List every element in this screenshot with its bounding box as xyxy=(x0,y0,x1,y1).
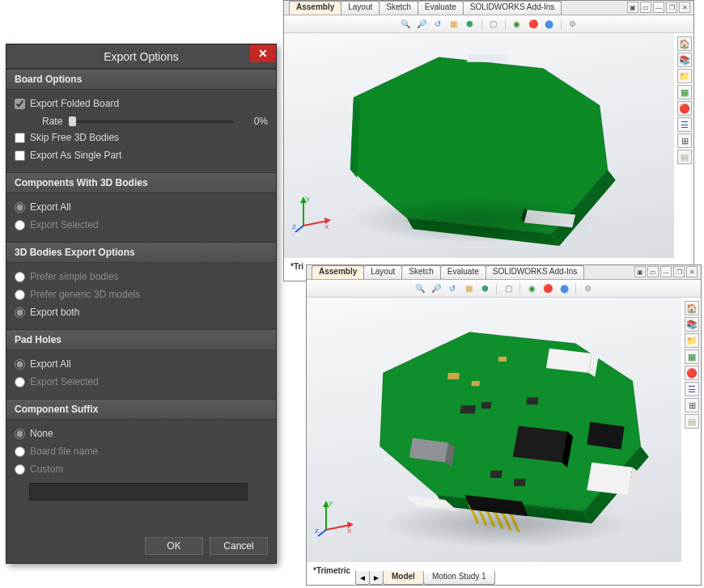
export-folded-label[interactable]: Export Folded Board xyxy=(30,98,119,109)
bottom-tab-model[interactable]: Model xyxy=(383,571,424,585)
export-both-radio[interactable] xyxy=(15,307,25,318)
svg-marker-18 xyxy=(513,425,567,462)
tab-evaluate[interactable]: Evaluate xyxy=(418,1,464,15)
suffix-custom-input[interactable] xyxy=(29,483,248,501)
pad-export-selected-radio[interactable] xyxy=(15,377,25,387)
apply-scene-icon[interactable]: ⬤ xyxy=(543,18,556,31)
edit-appearance-icon[interactable]: 🔴 xyxy=(541,282,554,295)
file-explorer-icon[interactable]: 📁 xyxy=(685,333,699,348)
tab-addins[interactable]: SOLIDWORKS Add-Ins xyxy=(463,1,562,15)
zoom-fit-icon[interactable]: 🔍 xyxy=(399,18,412,31)
view-orientation-icon[interactable]: ⬢ xyxy=(478,282,491,295)
tab-sketch[interactable]: Sketch xyxy=(379,1,418,15)
prefer-generic-label[interactable]: Prefer generic 3D models xyxy=(30,289,140,300)
apply-scene-icon[interactable]: ⬤ xyxy=(558,282,570,295)
win-close-icon[interactable]: ✕ xyxy=(679,2,690,13)
edit-appearance-icon[interactable]: 🔴 xyxy=(527,18,540,31)
zoom-fit-icon[interactable]: 🔍 xyxy=(413,282,426,295)
export-folded-checkbox[interactable] xyxy=(15,99,25,109)
win-doc-icon[interactable]: ▣ xyxy=(634,266,646,277)
view-orientation-icon[interactable]: ⬢ xyxy=(464,18,477,31)
rate-label: Rate xyxy=(42,116,62,127)
close-icon[interactable]: ✕ xyxy=(250,44,276,62)
suffix-boardfile-label[interactable]: Board file name xyxy=(30,446,98,457)
suffix-boardfile-radio[interactable] xyxy=(15,446,25,457)
zoom-area-icon[interactable]: 🔎 xyxy=(430,282,443,295)
zoom-area-icon[interactable]: 🔎 xyxy=(415,18,428,31)
previous-view-icon[interactable]: ↺ xyxy=(446,282,459,295)
display-style-icon[interactable]: ▢ xyxy=(502,282,515,295)
view-palette-icon[interactable]: ▦ xyxy=(677,85,692,99)
suffix-none-radio[interactable] xyxy=(15,429,25,439)
pad-export-selected-label[interactable]: Export Selected xyxy=(30,376,99,387)
svg-text:X: X xyxy=(347,527,352,535)
forum-icon[interactable]: ⊞ xyxy=(677,133,692,148)
pad-export-all-label[interactable]: Export All xyxy=(30,358,71,370)
display-style-icon[interactable]: ▢ xyxy=(487,18,500,31)
section-view-icon[interactable]: ▦ xyxy=(447,18,460,31)
tab-layout[interactable]: Layout xyxy=(363,265,402,279)
suffix-custom-radio[interactable] xyxy=(15,464,25,475)
prefer-generic-radio[interactable] xyxy=(15,290,25,300)
win-prev-icon[interactable]: ▭ xyxy=(640,2,651,13)
win-min-icon[interactable]: — xyxy=(660,266,672,277)
forum-icon[interactable]: ⊞ xyxy=(685,398,699,412)
suffix-none-label[interactable]: None xyxy=(30,428,53,439)
rate-slider[interactable] xyxy=(69,116,234,127)
win-max-icon[interactable]: ❐ xyxy=(673,266,685,277)
design-library-icon[interactable]: 📚 xyxy=(685,317,699,332)
view-settings-icon[interactable]: ⚙ xyxy=(581,282,594,295)
bottom-tab-motion[interactable]: Motion Study 1 xyxy=(423,571,495,585)
appearances-icon[interactable]: 🔴 xyxy=(677,101,692,116)
export-both-label[interactable]: Export both xyxy=(30,307,79,318)
coordinate-triad: Y X Z xyxy=(315,497,355,538)
components-export-all-label[interactable]: Export All xyxy=(30,201,71,213)
ok-button[interactable]: OK xyxy=(145,537,203,555)
section-view-icon[interactable]: ▦ xyxy=(462,282,475,295)
svg-text:X: X xyxy=(324,223,329,231)
graphics-area[interactable]: Y X Z xyxy=(284,33,674,258)
win-max-icon[interactable]: ❐ xyxy=(666,2,677,13)
win-min-icon[interactable]: — xyxy=(653,2,664,13)
components-export-selected-label[interactable]: Export Selected xyxy=(30,219,99,231)
prefer-simple-radio[interactable] xyxy=(15,272,25,282)
prefer-simple-label[interactable]: Prefer simple bodies xyxy=(30,271,118,282)
components-export-selected-radio[interactable] xyxy=(15,220,25,231)
skip-free-3d-checkbox[interactable] xyxy=(15,133,25,143)
design-library-icon[interactable]: 📚 xyxy=(677,53,692,67)
hide-show-icon[interactable]: ◉ xyxy=(525,282,538,295)
extra-icon[interactable]: ▤ xyxy=(685,414,699,429)
skip-free-3d-label[interactable]: Skip Free 3D Bodies xyxy=(30,132,119,143)
win-close-icon[interactable]: ✕ xyxy=(686,266,698,277)
hide-show-icon[interactable]: ◉ xyxy=(511,18,524,31)
resources-icon[interactable]: 🏠 xyxy=(685,301,699,315)
file-explorer-icon[interactable]: 📁 xyxy=(677,69,692,83)
tab-assembly[interactable]: Assembly xyxy=(312,265,364,279)
view-settings-icon[interactable]: ⚙ xyxy=(566,18,579,31)
tab-assembly[interactable]: Assembly xyxy=(289,1,341,15)
tab-sketch[interactable]: Sketch xyxy=(401,265,441,279)
suffix-custom-label[interactable]: Custom xyxy=(30,463,63,475)
tab-layout[interactable]: Layout xyxy=(341,1,380,15)
export-single-part-checkbox[interactable] xyxy=(15,150,25,161)
win-doc-icon[interactable]: ▣ xyxy=(627,2,638,13)
svg-line-49 xyxy=(318,530,326,536)
custom-props-icon[interactable]: ☰ xyxy=(677,117,692,132)
tab-addins[interactable]: SOLIDWORKS Add-Ins xyxy=(486,265,584,279)
pad-export-all-radio[interactable] xyxy=(15,359,25,370)
win-prev-icon[interactable]: ▭ xyxy=(647,266,659,277)
svg-rect-35 xyxy=(514,479,526,486)
custom-props-icon[interactable]: ☰ xyxy=(685,382,699,396)
view-palette-icon[interactable]: ▦ xyxy=(685,349,699,364)
tab-scroll-left-icon[interactable]: ◂ xyxy=(355,571,370,585)
components-export-all-radio[interactable] xyxy=(15,202,25,213)
tab-evaluate[interactable]: Evaluate xyxy=(440,265,486,279)
appearances-icon[interactable]: 🔴 xyxy=(685,366,699,380)
tab-scroll-right-icon[interactable]: ▸ xyxy=(369,571,384,585)
cancel-button[interactable]: Cancel xyxy=(210,537,268,555)
extra-icon[interactable]: ▤ xyxy=(677,150,692,164)
previous-view-icon[interactable]: ↺ xyxy=(431,18,444,31)
resources-icon[interactable]: 🏠 xyxy=(677,36,692,51)
export-single-part-label[interactable]: Export As Single Part xyxy=(30,150,121,161)
graphics-area[interactable]: Y X Z xyxy=(307,298,681,562)
